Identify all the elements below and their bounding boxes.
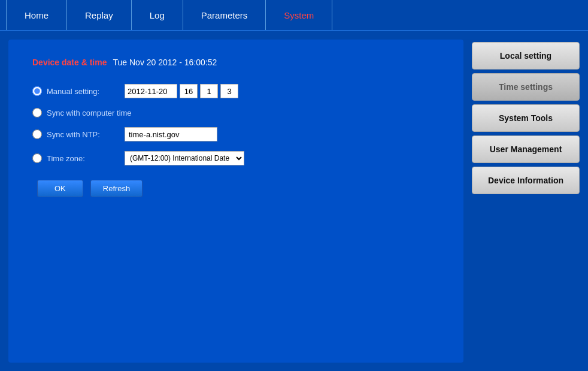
- device-information-button[interactable]: Device Information: [472, 167, 580, 194]
- local-setting-button[interactable]: Local setting: [472, 42, 580, 70]
- device-datetime-value: Tue Nov 20 2012 - 16:00:52: [113, 58, 217, 67]
- system-tools-button[interactable]: System Tools: [472, 104, 580, 132]
- manual-setting-label: Manual setting:: [47, 87, 125, 96]
- sync-computer-label: Sync with computer time: [47, 108, 132, 117]
- manual-sec-input[interactable]: [220, 84, 238, 98]
- timezone-select[interactable]: (GMT-12:00) International Date (GMT-11:0…: [125, 151, 244, 165]
- main-content: Device date & time Tue Nov 20 2012 - 16:…: [0, 31, 588, 371]
- manual-hour-input[interactable]: [180, 84, 198, 98]
- time-settings-button[interactable]: Time settings: [472, 73, 580, 101]
- timezone-row: Time zone: (GMT-12:00) International Dat…: [32, 151, 451, 165]
- manual-inputs: [125, 84, 238, 98]
- device-datetime-row: Device date & time Tue Nov 20 2012 - 16:…: [32, 58, 451, 67]
- nav-replay[interactable]: Replay: [67, 0, 132, 30]
- manual-date-input[interactable]: [125, 84, 177, 98]
- nav-home[interactable]: Home: [6, 0, 67, 30]
- nav-log[interactable]: Log: [132, 0, 183, 30]
- left-panel: Device date & time Tue Nov 20 2012 - 16:…: [8, 40, 463, 363]
- nav-system[interactable]: System: [266, 0, 332, 30]
- timezone-label: Time zone:: [47, 154, 125, 163]
- manual-setting-row: Manual setting:: [32, 84, 451, 98]
- manual-min-input[interactable]: [200, 84, 218, 98]
- sync-computer-row: Sync with computer time: [32, 108, 451, 117]
- sync-ntp-radio[interactable]: [32, 129, 42, 139]
- nav-parameters[interactable]: Parameters: [183, 0, 266, 30]
- sync-computer-radio[interactable]: [32, 108, 42, 117]
- sync-ntp-row: Sync with NTP:: [32, 127, 451, 141]
- timezone-radio[interactable]: [32, 153, 42, 163]
- user-management-button[interactable]: User Management: [472, 135, 580, 163]
- manual-setting-radio[interactable]: [32, 86, 42, 96]
- refresh-button[interactable]: Refresh: [90, 180, 143, 197]
- navbar: Home Replay Log Parameters System: [0, 0, 588, 31]
- ok-button[interactable]: OK: [37, 180, 83, 197]
- device-datetime-label: Device date & time: [32, 58, 107, 67]
- ntp-server-input[interactable]: [125, 127, 217, 141]
- right-sidebar: Local setting Time settings System Tools…: [472, 40, 580, 363]
- sync-ntp-label: Sync with NTP:: [47, 130, 125, 139]
- buttons-row: OK Refresh: [32, 180, 451, 197]
